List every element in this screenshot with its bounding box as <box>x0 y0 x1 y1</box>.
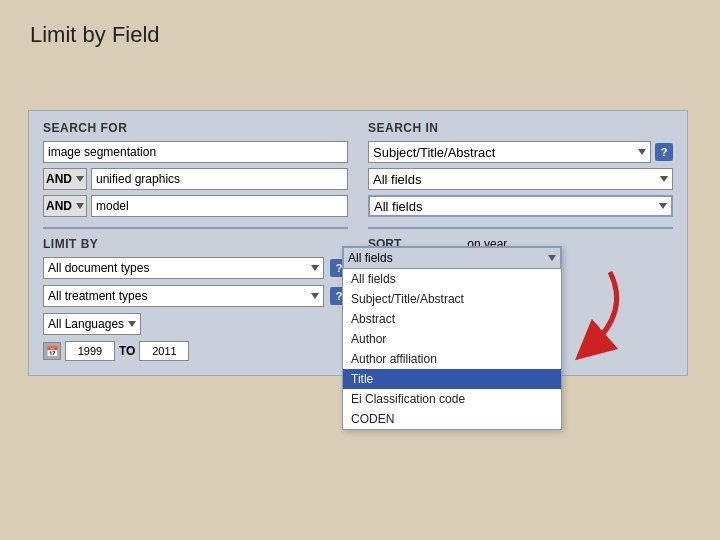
search-in-select-2[interactable]: All fields <box>368 168 673 190</box>
search-in-row-3: All fields <box>368 195 673 217</box>
divider-right <box>368 227 673 229</box>
operator-select-3[interactable]: AND <box>43 195 87 217</box>
limit-row-2: All treatment types ? <box>43 285 348 307</box>
search-input-1[interactable] <box>43 141 348 163</box>
search-input-2[interactable] <box>91 168 348 190</box>
limit-row-3: All Languages <box>43 313 348 335</box>
help-btn-search-in-1[interactable]: ? <box>655 143 673 161</box>
limit-select-doc-types-arrow <box>311 265 319 271</box>
dropdown-header-arrow <box>548 255 556 261</box>
dropdown-overlay: All fields All fields Subject/Title/Abst… <box>342 246 562 430</box>
search-input-3[interactable] <box>91 195 348 217</box>
page-title: Limit by Field <box>30 22 160 48</box>
search-in-row-1: Subject/Title/Abstract ? <box>368 141 673 163</box>
search-for-label: SEARCH FOR <box>43 121 348 135</box>
operator-select-2[interactable]: AND <box>43 168 87 190</box>
dropdown-item-all-fields[interactable]: All fields <box>343 269 561 289</box>
search-in-arrow-2 <box>660 176 668 182</box>
search-in-select-3[interactable]: All fields <box>368 195 673 217</box>
operator-arrow-3 <box>76 203 84 209</box>
search-row-2: AND <box>43 168 348 190</box>
limit-select-treatment[interactable]: All treatment types <box>43 285 324 307</box>
limit-by-label: LIMIT BY <box>43 237 348 251</box>
search-in-row-2: All fields <box>368 168 673 190</box>
operator-arrow-2 <box>76 176 84 182</box>
limit-select-language[interactable]: All Languages <box>43 313 141 335</box>
dropdown-item-ei-class[interactable]: Ei Classification code <box>343 389 561 409</box>
search-row-1 <box>43 141 348 163</box>
search-in-select-1[interactable]: Subject/Title/Abstract <box>368 141 651 163</box>
search-in-label: SEARCH IN <box>368 121 673 135</box>
limit-select-doc-types[interactable]: All document types <box>43 257 324 279</box>
search-in-arrow-1 <box>638 149 646 155</box>
divider <box>43 227 348 229</box>
limit-select-treatment-arrow <box>311 293 319 299</box>
from-to-row: 📅 TO <box>43 341 348 361</box>
dropdown-item-abstract[interactable]: Abstract <box>343 309 561 329</box>
dropdown-item-author-affiliation[interactable]: Author affiliation <box>343 349 561 369</box>
dropdown-item-title[interactable]: Title <box>343 369 561 389</box>
dropdown-header-text: All fields <box>348 251 393 265</box>
calendar-btn[interactable]: 📅 <box>43 342 61 360</box>
limit-select-lang-arrow <box>128 321 136 327</box>
from-year-input[interactable] <box>65 341 115 361</box>
limit-row-1: All document types ? <box>43 257 348 279</box>
dropdown-item-coden[interactable]: CODEN <box>343 409 561 429</box>
search-row-3: AND <box>43 195 348 217</box>
search-in-arrow-3 <box>659 203 667 209</box>
dropdown-header[interactable]: All fields <box>343 247 561 269</box>
to-label: TO <box>119 344 135 358</box>
to-year-input[interactable] <box>139 341 189 361</box>
search-for-section: SEARCH FOR AND AND <box>43 121 348 361</box>
dropdown-item-author[interactable]: Author <box>343 329 561 349</box>
dropdown-item-subject-title[interactable]: Subject/Title/Abstract <box>343 289 561 309</box>
